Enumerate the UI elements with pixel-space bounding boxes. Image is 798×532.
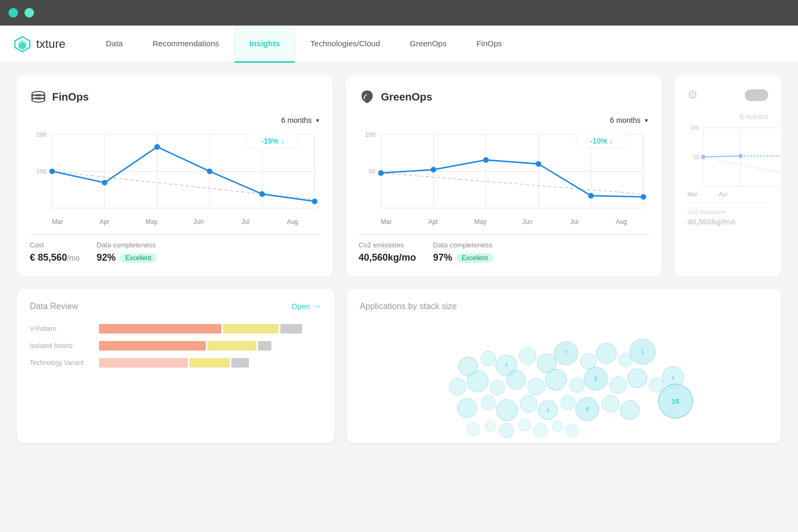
svg-point-45: [641, 194, 646, 200]
greenops-period-selector[interactable]: 6 months ▼: [610, 116, 650, 124]
svg-point-84: [520, 395, 537, 412]
nav-item-recommendations[interactable]: Recommendations: [138, 26, 234, 63]
greenops-emissions-value: 40,560kg/mo: [359, 252, 416, 263]
svg-point-66: [596, 343, 617, 363]
svg-point-69: [449, 378, 466, 395]
nav-item-greenops[interactable]: GreenOps: [395, 26, 461, 63]
bar-label-vpattern: V-Pattern: [30, 325, 94, 332]
dot-2[interactable]: [24, 8, 34, 18]
greenops-stats-row: Co2 emissions 40,560kg/mo Data completen…: [359, 241, 649, 263]
finops-month-jul: Jul: [222, 218, 269, 226]
greenops-period-label: 6 months: [610, 116, 641, 124]
finops-month-mar: Mar: [34, 218, 81, 226]
svg-point-88: [602, 395, 619, 412]
svg-point-25: [312, 198, 318, 204]
greenops-completeness-value: 97% Excellent: [433, 252, 493, 263]
finops-period-selector[interactable]: 6 months ▼: [281, 116, 321, 124]
svg-point-42: [483, 157, 489, 163]
greenops-month-apr: Apr: [410, 218, 456, 226]
bar-yellow-isolated: [207, 341, 256, 351]
finops-stats-row: Cost € 85,560/mo Data completeness 92% E…: [30, 241, 320, 263]
svg-text:100: 100: [365, 131, 376, 138]
svg-point-92: [467, 423, 480, 436]
finops-chart-controls: 6 months ▼: [30, 116, 320, 124]
svg-point-22: [154, 144, 160, 150]
bar-row-techvariant: Technology Variant: [30, 358, 321, 368]
nav-item-technologies[interactable]: Technologies/Cloud: [295, 26, 395, 63]
data-review-header: Data Review Open →: [30, 302, 321, 311]
finops-cost-stat: Cost € 85,560/mo: [30, 241, 79, 263]
svg-text:-15% ↓: -15% ↓: [262, 137, 284, 145]
svg-point-24: [260, 191, 265, 197]
greenops-title: GreenOps: [381, 91, 433, 103]
data-review-title: Data Review: [30, 302, 78, 311]
greenops-card-header: GreenOps: [359, 88, 649, 105]
greenops-completeness-stat: Data completeness 97% Excellent: [433, 241, 493, 263]
nav-item-data[interactable]: Data: [91, 26, 138, 63]
svg-point-82: [481, 395, 496, 410]
nav-items: Data Recommendations Insights Technologi…: [91, 26, 785, 63]
apps-stack-title: Applications by stack size: [360, 302, 456, 311]
svg-text:2: 2: [547, 408, 550, 413]
svg-line-55: [703, 157, 780, 173]
bubble-chart: 15 3 7 1 5 8 2 4: [360, 324, 768, 430]
svg-point-41: [430, 167, 436, 172]
greenops-completeness-label: Data completeness: [433, 241, 493, 249]
svg-text:7: 7: [564, 350, 568, 356]
cards-row: FinOps 6 months ▼: [17, 76, 781, 276]
finops-month-may: May: [128, 218, 175, 226]
svg-point-73: [528, 378, 545, 395]
finops-title: FinOps: [52, 91, 89, 103]
svg-point-89: [620, 401, 639, 420]
partial-month-mar: Mar: [687, 191, 697, 197]
bar-red-vpattern: [99, 324, 221, 334]
partial-toggle[interactable]: [745, 89, 768, 101]
svg-text:50: 50: [693, 154, 700, 160]
top-bar: [0, 0, 798, 26]
bar-yellow-techvariant: [189, 358, 229, 368]
svg-point-20: [49, 169, 55, 174]
partial-period-selector[interactable]: 6 months: [740, 113, 768, 121]
svg-point-95: [519, 419, 530, 431]
svg-text:1: 1: [641, 349, 644, 355]
svg-point-23: [207, 169, 213, 174]
greenops-month-aug: Aug: [598, 218, 645, 226]
partial-co2-label: Co2 emissions: [687, 209, 768, 215]
greenops-emissions-stat: Co2 emissions 40,560kg/mo: [359, 241, 416, 263]
gear-icon[interactable]: ⚙: [687, 88, 698, 102]
svg-point-79: [649, 378, 664, 393]
svg-text:5: 5: [594, 376, 597, 382]
bar-red-isolated: [99, 341, 206, 351]
bar-row-vpattern: V-Pattern: [30, 324, 321, 334]
svg-text:4: 4: [672, 375, 675, 380]
svg-point-40: [378, 170, 384, 176]
main-content: FinOps 6 months ▼: [0, 63, 798, 456]
nav-item-finops[interactable]: FinOps: [461, 26, 517, 63]
svg-text:200: 200: [36, 131, 47, 138]
svg-text:-10% ↓: -10% ↓: [591, 137, 613, 145]
dot-1[interactable]: [9, 8, 18, 18]
svg-text:3: 3: [505, 362, 508, 368]
greenops-icon: [359, 88, 376, 105]
finops-chart: 200 100 -15% ↓: [30, 129, 320, 214]
greenops-emissions-amount: 40,560kg/mo: [359, 252, 416, 263]
svg-line-39: [381, 173, 644, 194]
data-review-open-link[interactable]: Open →: [292, 302, 321, 311]
finops-card: FinOps 6 months ▼: [17, 76, 333, 276]
finops-chart-svg: 200 100 -15% ↓: [30, 129, 320, 214]
nav-item-insights[interactable]: Insights: [235, 26, 295, 63]
svg-point-83: [496, 400, 518, 421]
svg-point-65: [580, 353, 596, 369]
svg-point-78: [628, 369, 647, 388]
svg-text:8: 8: [586, 406, 589, 412]
finops-cost-label: Cost: [30, 241, 79, 249]
svg-point-75: [570, 378, 585, 393]
finops-cost-amount: € 85,560/mo: [30, 252, 79, 263]
svg-text:100: 100: [690, 125, 699, 131]
logo[interactable]: txture: [13, 35, 65, 54]
svg-point-71: [490, 380, 505, 395]
svg-text:15: 15: [672, 397, 679, 405]
finops-completeness-label: Data completeness: [96, 241, 156, 249]
svg-point-72: [506, 370, 526, 389]
greenops-month-jul: Jul: [551, 218, 597, 226]
